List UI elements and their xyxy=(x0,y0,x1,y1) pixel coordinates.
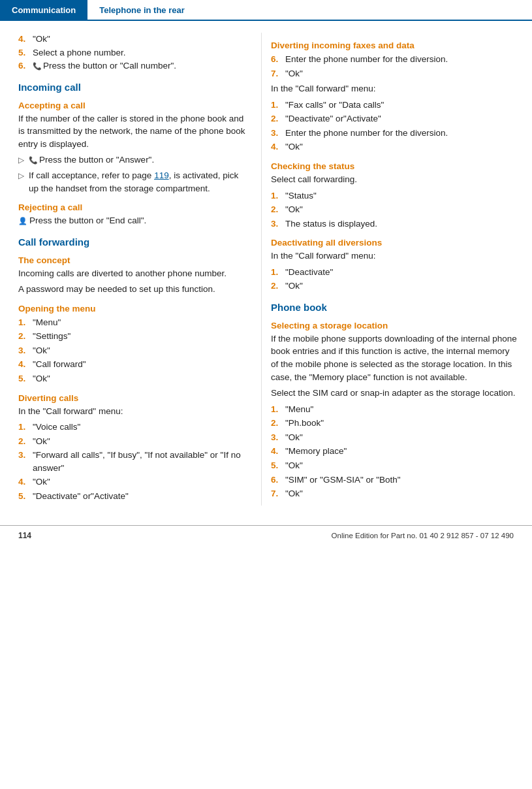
rejecting-call-body: 👤Press the button or "End call". xyxy=(18,214,249,227)
call-forwarding-heading: Call forwarding xyxy=(18,236,249,248)
incoming-call-section: Incoming call Accepting a call If the nu… xyxy=(18,82,249,227)
arrow-right-icon: ▷ xyxy=(18,155,25,166)
arrow-item-1: ▷ 📞Press the button or "Answer". xyxy=(18,153,249,167)
list-item: 5."Ok" xyxy=(18,372,249,385)
list-item: 1."Voice calls" xyxy=(18,421,249,434)
list-item: 5."Deactivate" or"Activate" xyxy=(18,490,249,503)
tab-communication[interactable]: Communication xyxy=(0,0,87,20)
list-item: 4."Ok" xyxy=(271,140,519,153)
page-number: 114 xyxy=(18,531,31,540)
checking-status-section: Checking the status Select call forwardi… xyxy=(271,161,519,230)
list-text: 📞Press the button or "Call number". xyxy=(33,59,176,72)
opening-menu-subheading: Opening the menu xyxy=(18,304,249,314)
arrow-right-icon-2: ▷ xyxy=(18,170,25,182)
person-icon: 👤 xyxy=(18,217,27,225)
phone-book-section: Phone book Selecting a storage location … xyxy=(271,302,519,500)
list-text: "Ok" xyxy=(33,33,50,46)
list-item: 2."Ok" xyxy=(271,280,519,293)
concept-body2: A password may be needed to set up this … xyxy=(18,283,249,296)
list-item: 5. Select a phone number. xyxy=(18,46,249,59)
page-content: 4. "Ok" 5. Select a phone number. 6. 📞Pr… xyxy=(0,21,532,506)
list-item: 5."Ok" xyxy=(271,459,519,472)
selecting-storage-list: 1."Menu" 2."Ph.book" 3."Ok" 4."Memory pl… xyxy=(271,403,519,500)
list-item: 7."Ok" xyxy=(271,67,519,80)
rejecting-call-subheading: Rejecting a call xyxy=(18,202,249,212)
list-item: 4. "Ok" xyxy=(18,33,249,46)
opening-menu-list: 1."Menu" 2."Settings" 3."Ok" 4."Call for… xyxy=(18,316,249,385)
diverting-calls-subheading: Diverting calls xyxy=(18,393,249,403)
deactivating-list: 1."Deactivate" 2."Ok" xyxy=(271,266,519,293)
list-item: 4."Call forward" xyxy=(18,358,249,371)
list-num: 6. xyxy=(18,59,29,72)
arrow-text-2: If call acceptance, refer to page 119, i… xyxy=(29,169,249,195)
list-item: 2."Ok" xyxy=(271,203,519,216)
list-item: 3."Ok" xyxy=(18,344,249,357)
incoming-call-heading: Incoming call xyxy=(18,82,249,93)
accepting-call-subheading: Accepting a call xyxy=(18,101,249,110)
call-forwarding-section: Call forwarding The concept Incoming cal… xyxy=(18,236,249,503)
list-text: Select a phone number. xyxy=(33,46,126,59)
diverting-faxes-intro: In the "Call forward" menu: xyxy=(271,82,519,95)
arrow-text: 📞Press the button or "Answer". xyxy=(29,153,154,167)
accepting-call-body: If the number of the caller is stored in… xyxy=(18,112,249,151)
deactivating-section: Deactivating all diversions In the "Call… xyxy=(271,238,519,293)
list-item: 4."Memory place" xyxy=(271,445,519,458)
selecting-storage-body2: Select the SIM card or snap-in adapter a… xyxy=(271,387,519,400)
footer-note: Online Edition for Part no. 01 40 2 912 … xyxy=(332,532,514,539)
concept-subheading: The concept xyxy=(18,255,249,265)
concept-body1: Incoming calls are diverted to another p… xyxy=(18,267,249,280)
diverting-faxes-sub-list: 1."Fax calls" or "Data calls" 2."Deactiv… xyxy=(271,99,519,153)
phone-icon-2: 📞 xyxy=(29,156,38,164)
deactivating-intro: In the "Call forward" menu: xyxy=(271,250,519,263)
list-item: 2."Deactivate" or"Activate" xyxy=(271,112,519,125)
checking-status-intro: Select call forwarding. xyxy=(271,173,519,186)
list-item: 6. 📞Press the button or "Call number". xyxy=(18,59,249,72)
deactivating-subheading: Deactivating all diversions xyxy=(271,238,519,248)
arrow-item-2: ▷ If call acceptance, refer to page 119,… xyxy=(18,169,249,195)
list-item: 1."Status" xyxy=(271,189,519,202)
list-item: 6."SIM" or "GSM-SIA" or "Both" xyxy=(271,474,519,487)
checking-status-list: 1."Status" 2."Ok" 3.The status is displa… xyxy=(271,189,519,231)
page-header: Communication Telephone in the rear xyxy=(0,0,532,21)
diverting-calls-list: 1."Voice calls" 2."Ok" 3."Forward all ca… xyxy=(18,421,249,502)
left-column: 4. "Ok" 5. Select a phone number. 6. 📞Pr… xyxy=(0,33,261,506)
list-num: 4. xyxy=(18,33,29,46)
list-item: 3."Forward all calls", "If busy", "If no… xyxy=(18,449,249,474)
list-item: 3."Ok" xyxy=(271,431,519,444)
list-item: 2."Ok" xyxy=(18,435,249,448)
phone-icon: 📞 xyxy=(33,61,42,72)
diverting-faxes-top-list: 6.Enter the phone number for the diversi… xyxy=(271,53,519,80)
list-item: 7."Ok" xyxy=(271,487,519,500)
list-item: 1."Menu" xyxy=(18,316,249,329)
phone-book-heading: Phone book xyxy=(271,302,519,313)
list-item: 1."Fax calls" or "Data calls" xyxy=(271,99,519,112)
list-num: 5. xyxy=(18,46,29,59)
list-item: 1."Menu" xyxy=(271,403,519,416)
diverting-faxes-section: Diverting incoming faxes and data 6.Ente… xyxy=(271,40,519,153)
page-footer: 114 Online Edition for Part no. 01 40 2 … xyxy=(0,525,532,545)
list-item: 4."Ok" xyxy=(18,475,249,489)
list-item: 2."Ph.book" xyxy=(271,417,519,430)
list-item: 1."Deactivate" xyxy=(271,266,519,279)
top-list: 4. "Ok" 5. Select a phone number. 6. 📞Pr… xyxy=(18,33,249,72)
diverting-calls-intro: In the "Call forward" menu: xyxy=(18,405,249,418)
selecting-storage-body1: If the mobile phone supports downloading… xyxy=(271,332,519,383)
list-item: 3.Enter the phone number for the diversi… xyxy=(271,127,519,140)
list-item: 6.Enter the phone number for the diversi… xyxy=(271,53,519,66)
selecting-storage-subheading: Selecting a storage location xyxy=(271,321,519,330)
list-item: 3.The status is displayed. xyxy=(271,217,519,231)
tab-telephone-rear[interactable]: Telephone in the rear xyxy=(87,0,196,20)
checking-status-subheading: Checking the status xyxy=(271,161,519,171)
list-item: 2."Settings" xyxy=(18,330,249,343)
diverting-faxes-subheading: Diverting incoming faxes and data xyxy=(271,40,519,50)
right-column: Diverting incoming faxes and data 6.Ente… xyxy=(261,33,532,506)
